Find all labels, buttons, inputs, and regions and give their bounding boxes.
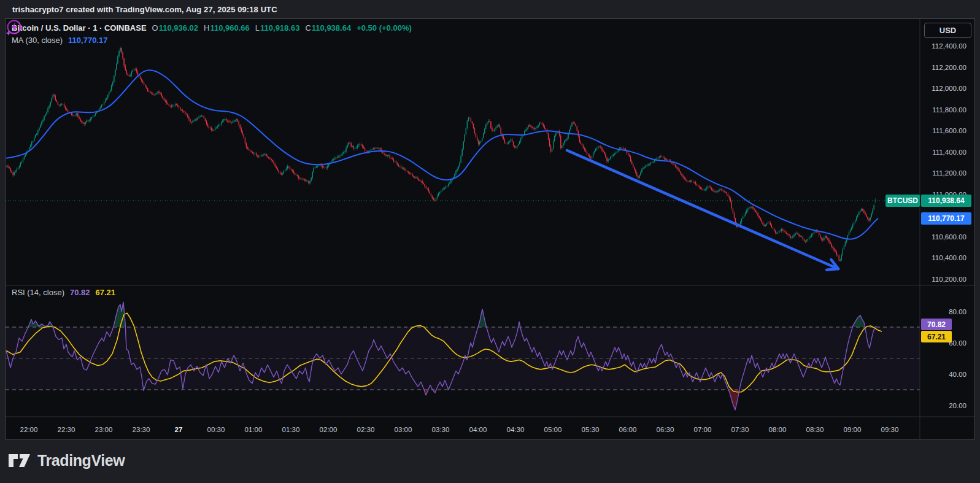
rsi-legend-value: 70.82 — [70, 288, 90, 297]
time-axis-label: 04:30 — [507, 426, 525, 433]
ma-price-badge: 110,770.17 — [921, 212, 971, 225]
rsi-pane[interactable] — [6, 302, 920, 410]
candle-wicks-down — [8, 47, 870, 261]
tradingview-snapshot: trishacrypto7 created with TradingView.c… — [0, 0, 980, 483]
price-axis-label: 112,400.00 — [932, 42, 966, 50]
price-axis-label: 110,200.00 — [932, 276, 966, 283]
time-axis-label: 27 — [175, 426, 183, 433]
candle-bodies-down — [7, 48, 869, 261]
price-axis-label: 112,200.00 — [932, 64, 966, 71]
time-axis-label: 22:30 — [58, 426, 75, 433]
tradingview-wordmark: TradingView — [37, 452, 125, 469]
currency-toggle-button[interactable]: USD — [924, 23, 971, 38]
time-axis-label: 02:30 — [357, 426, 375, 433]
ma30-line — [6, 70, 878, 239]
time-axis-label: 09:30 — [881, 426, 899, 433]
ohlc-open: O110,936.02 — [152, 23, 198, 33]
price-pane[interactable] — [6, 47, 920, 261]
trend-arrow-drawing[interactable] — [567, 150, 838, 270]
change-value: +0.50 (+0.00%) — [357, 23, 412, 33]
price-axis[interactable]: 112,400.00112,200.00112,000.00111,800.00… — [932, 42, 966, 409]
chart-canvas[interactable]: 112,400.00112,200.00112,000.00111,800.00… — [6, 19, 974, 439]
rsi-axis-label: 20.00 — [949, 402, 966, 409]
price-axis-label: 112,000.00 — [932, 85, 966, 92]
time-axis-label: 08:00 — [769, 426, 787, 433]
rsi-legend[interactable]: RSI (14, close) 70.82 67.21 — [12, 288, 115, 297]
symbol-legend[interactable]: Bitcoin / U.S. Dollar · 1 · COINBASE O11… — [12, 23, 412, 33]
time-axis-label: 07:30 — [731, 426, 749, 433]
boost-lightning-icon[interactable] — [6, 19, 24, 37]
rsi-value-badge: 70.82 — [921, 319, 952, 330]
time-axis-label: 04:00 — [469, 426, 487, 433]
price-axis-label: 110,400.00 — [932, 254, 966, 261]
rsi-axis-label: 40.00 — [949, 371, 966, 378]
time-axis-label: 23:00 — [95, 426, 113, 433]
price-axis-label: 110,600.00 — [932, 233, 966, 241]
time-axis-label: 08:30 — [806, 426, 824, 433]
rsi-ma-legend-value: 67.21 — [96, 288, 116, 297]
price-axis-label: 111,600.00 — [932, 127, 966, 134]
time-axis-label: 07:00 — [694, 426, 712, 433]
time-axis-label: 09:00 — [844, 426, 862, 433]
time-axis-label: 23:30 — [133, 426, 150, 433]
attribution-text: trishacrypto7 created with TradingView.c… — [12, 5, 277, 14]
price-axis-label: 111,200.00 — [932, 169, 966, 177]
time-axis-label: 03:30 — [432, 426, 450, 433]
time-axis-label: 22:00 — [20, 426, 38, 433]
time-axis-label: 01:00 — [245, 426, 263, 433]
time-axis-label: 06:30 — [657, 426, 674, 433]
chart-frame: 112,400.00112,200.00112,000.00111,800.00… — [5, 18, 975, 439]
time-axis-label: 05:00 — [544, 426, 562, 433]
tradingview-logo[interactable]: TradingView — [8, 452, 125, 469]
time-axis-label: 01:30 — [282, 426, 300, 433]
time-axis-label: 05:30 — [582, 426, 600, 433]
price-axis-label: 111,800.00 — [932, 106, 966, 114]
time-axis-label: 00:30 — [207, 426, 225, 433]
time-axis[interactable]: 22:0022:3023:0023:302700:3001:0001:3002:… — [20, 426, 899, 433]
ma-legend[interactable]: MA (30, close) 110,770.17 — [12, 36, 107, 45]
ohlc-close: C110,938.64 — [305, 23, 351, 33]
ohlc-high: H110,960.66 — [204, 23, 250, 33]
rsi-ma-value-badge: 67.21 — [921, 331, 952, 342]
time-axis-label: 02:00 — [320, 426, 338, 433]
price-axis-label: 111,400.00 — [932, 149, 966, 156]
symbol-title: Bitcoin / U.S. Dollar · 1 · COINBASE — [12, 23, 147, 33]
ohlc-low: L110,918.63 — [255, 23, 300, 33]
rsi-legend-label: RSI (14, close) — [12, 288, 64, 297]
symbol-badge: BTCUSD — [885, 195, 920, 207]
rsi-axis-label: 80.00 — [949, 308, 966, 315]
time-axis-label: 03:00 — [395, 426, 412, 433]
last-price-badge: 110,938.64 — [921, 195, 971, 207]
time-axis-label: 06:00 — [619, 426, 637, 433]
rsi-overbought-fill — [478, 309, 487, 327]
ma-legend-value: 110,770.17 — [68, 36, 107, 45]
tradingview-logo-icon — [8, 452, 31, 469]
